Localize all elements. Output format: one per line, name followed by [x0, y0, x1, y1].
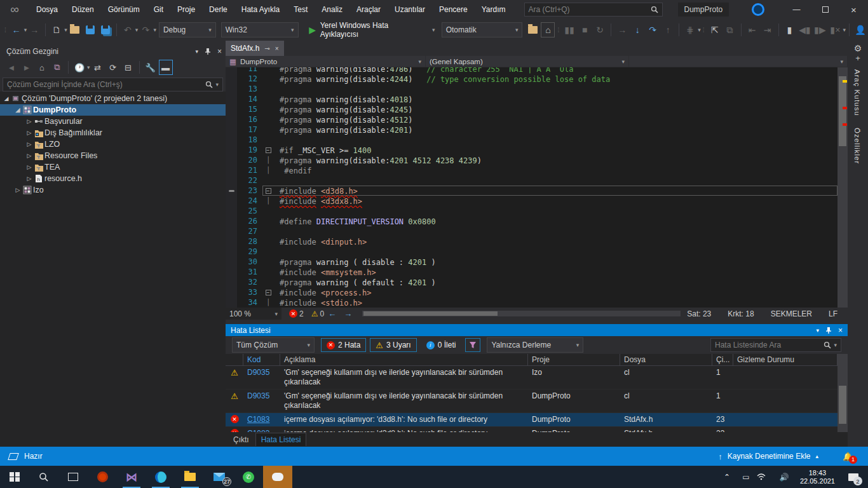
toggle-bookmark-button[interactable]: ▮: [783, 22, 797, 37]
breakpoint-margin[interactable]: [226, 236, 237, 247]
close-panel-icon[interactable]: ×: [838, 326, 843, 335]
warning-count[interactable]: 0: [320, 309, 324, 318]
breakpoint-margin[interactable]: [226, 196, 237, 206]
menu-hata-ayıkla[interactable]: Hata Ayıkla: [234, 0, 287, 19]
minimize-button[interactable]: —: [782, 0, 811, 19]
code-line-31[interactable]: 31#include <mmsystem.h>: [226, 267, 837, 277]
breakpoint-margin[interactable]: [226, 165, 237, 175]
notifications-bell-icon[interactable]: 🔔1: [843, 452, 853, 461]
code-line-20[interactable]: 20│#pragma warning(disable:4201 4512 423…: [226, 155, 837, 165]
error-row[interactable]: ⚠D9035'Gm' seçeneği kullanım dışı ve ile…: [226, 366, 837, 390]
warnings-toggle-button[interactable]: ⚠ 3 Uyarı: [370, 338, 416, 352]
tree-item-ba-vurular[interactable]: ▷Başvurular: [0, 116, 226, 127]
sync-with-active-document-button[interactable]: ⇄: [91, 60, 105, 75]
code-line-21[interactable]: 21│ #endif: [226, 165, 837, 175]
code-line-28[interactable]: 28#include <dinput.h>: [226, 236, 837, 247]
collapsed-arrow-icon[interactable]: ▷: [25, 141, 33, 147]
source-control-caret-icon[interactable]: ▴: [815, 453, 818, 459]
error-row[interactable]: ✕C1083içerme dosyası açılamıyor: 'd3d8.h…: [226, 427, 837, 432]
pin-icon[interactable]: [205, 48, 211, 55]
fold-collapse-icon[interactable]: −: [263, 288, 273, 297]
solution-platform-dropdown[interactable]: Win32▾: [221, 22, 299, 37]
solution-search-box[interactable]: Çözüm Gezgini İçinde Ara (Ctrl+ş) ▾: [3, 78, 223, 92]
eol-indicator[interactable]: LF: [829, 309, 837, 318]
zoom-control[interactable]: 100 %▾: [226, 308, 281, 320]
switch-views-button[interactable]: ⧉: [50, 60, 64, 75]
navigate-home-button[interactable]: ⌂: [541, 22, 555, 37]
breakpoint-margin[interactable]: [226, 216, 237, 226]
scope-filter-dropdown[interactable]: Tüm Çözüm▾: [232, 337, 315, 353]
collapsed-arrow-icon[interactable]: ▷: [25, 175, 33, 182]
office-app-icon[interactable]: [88, 466, 117, 488]
step-out-button[interactable]: ↷: [646, 22, 660, 37]
wifi-icon[interactable]: [757, 473, 773, 480]
breakpoint-margin[interactable]: [226, 84, 237, 94]
fold-collapse-icon[interactable]: −: [263, 186, 273, 195]
menu-test[interactable]: Test: [287, 0, 315, 19]
quick-search-box[interactable]: Ara (Ctrl+Q): [524, 3, 663, 17]
mail-app-icon[interactable]: 27: [205, 466, 234, 488]
save-button[interactable]: [83, 22, 97, 37]
editor-vertical-scrollbar[interactable]: [837, 67, 848, 308]
code-editor[interactable]: 11#pragma warning(disable:4786) // chara…: [226, 67, 837, 308]
taskbar-clock[interactable]: 18:43 22.05.2021: [795, 469, 840, 485]
filter-button[interactable]: [465, 338, 480, 352]
menu-proje[interactable]: Proje: [170, 0, 202, 19]
nav-member-dropdown[interactable]: ▾: [629, 56, 848, 67]
code-line-17[interactable]: 17#pragma warning(disable:4201): [226, 125, 837, 135]
column-header-i[interactable]: Çi...: [712, 354, 733, 365]
breakpoint-margin[interactable]: [226, 247, 237, 257]
show-all-files-button[interactable]: ▬: [159, 60, 173, 75]
start-debugging-caret-icon[interactable]: ▾: [432, 27, 435, 33]
taskbar-search-button[interactable]: [29, 466, 58, 488]
refresh-button[interactable]: ⟳: [106, 60, 120, 75]
expanded-arrow-icon[interactable]: ◢: [3, 95, 10, 102]
open-file-button[interactable]: [68, 22, 82, 37]
tree-item-dumpproto[interactable]: ◢DumpProto: [0, 104, 226, 116]
menu-derle[interactable]: Derle: [202, 0, 234, 19]
caret-line-indicator[interactable]: Sat: 23: [687, 309, 711, 318]
error-code-link[interactable]: C1083: [243, 413, 280, 426]
account-avatar[interactable]: [752, 3, 764, 16]
breakpoint-margin[interactable]: [226, 277, 237, 287]
breakpoint-margin[interactable]: [226, 155, 237, 165]
code-line-26[interactable]: 26#define DIRECTINPUT_VERSION 0x0800: [226, 216, 837, 226]
new-file-caret-icon[interactable]: ▾: [64, 27, 67, 33]
auto-attach-dropdown[interactable]: Otomatik▾: [442, 22, 523, 37]
toolbox-vertical-tab[interactable]: Araç Kutusu: [853, 69, 861, 116]
close-panel-icon[interactable]: ×: [217, 47, 222, 56]
collapse-all-button[interactable]: ⊟: [121, 60, 135, 75]
volume-icon[interactable]: 🔊: [776, 473, 792, 482]
home-button[interactable]: ⌂: [35, 60, 49, 75]
editor-horizontal-scrollbar[interactable]: [362, 311, 681, 316]
battery-icon[interactable]: ▭: [738, 473, 754, 482]
nav-project-dropdown[interactable]: ▦ DumpProto ▾: [226, 56, 426, 67]
code-line-16[interactable]: 16#pragma warning(disable:4512): [226, 114, 837, 125]
error-row[interactable]: ⚠D9035'Gm' seçeneği kullanım dışı ve ile…: [226, 390, 837, 413]
breakpoint-margin[interactable]: [226, 297, 237, 308]
tree-item-izo[interactable]: ▷Izo: [0, 184, 226, 196]
error-list-title-bar[interactable]: Hata Listesi ▾ ×: [226, 324, 848, 336]
scrollbar-thumb[interactable]: [839, 76, 846, 146]
restore-panels-icon[interactable]: [8, 453, 19, 460]
breakpoint-margin[interactable]: [226, 135, 237, 145]
code-line-27[interactable]: 27: [226, 226, 837, 236]
previous-issue-button[interactable]: ←: [328, 309, 336, 318]
menu-araçlar[interactable]: Araçlar: [349, 0, 388, 19]
navigate-back-button[interactable]: ←: [10, 22, 24, 37]
error-code-link[interactable]: D9035: [243, 366, 280, 389]
collapsed-arrow-icon[interactable]: ▷: [14, 187, 22, 193]
gear-icon[interactable]: ⚙: [848, 43, 868, 53]
tabs-mode-indicator[interactable]: SEKMELER: [771, 309, 812, 318]
nav-scope-dropdown[interactable]: (Genel Kapsam) ▾: [426, 56, 629, 67]
expanded-arrow-icon[interactable]: ◢: [14, 107, 22, 113]
whatsapp-app-icon[interactable]: ✆: [234, 466, 263, 488]
code-line-11[interactable]: 11#pragma warning(disable:4786) // chara…: [226, 67, 837, 74]
tree-item-lzo[interactable]: ▷LZO: [0, 139, 226, 150]
fold-collapse-icon[interactable]: −: [263, 146, 273, 154]
breakpoint-margin[interactable]: [226, 226, 237, 236]
code-line-24[interactable]: 24│#include <d3dx8.h>: [226, 196, 837, 206]
breakpoint-margin[interactable]: [226, 125, 237, 135]
tab-stdafx[interactable]: StdAfx.h ⊸ ×: [226, 41, 284, 56]
error-list-scrollbar[interactable]: [837, 354, 848, 432]
